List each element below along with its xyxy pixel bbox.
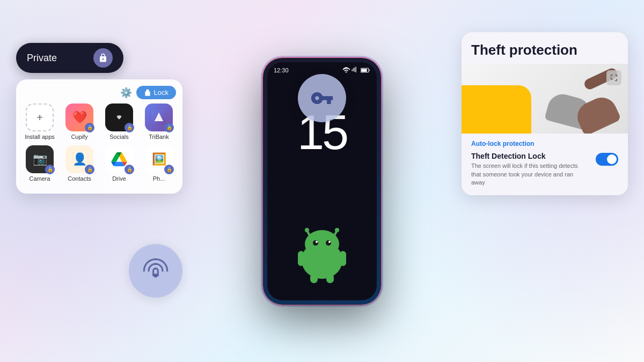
- tribank-icon: 🔒: [145, 104, 173, 131]
- svg-point-14: [316, 241, 318, 243]
- app-socials-label: Socials: [109, 134, 128, 140]
- lock-button-label: Lock: [154, 88, 169, 97]
- app-photos-label: Ph...: [153, 175, 165, 182]
- app-drive[interactable]: 🔒 Drive: [103, 145, 136, 182]
- app-photos[interactable]: 🖼️ 🔒 Ph...: [142, 145, 175, 182]
- install-icon: +: [26, 104, 54, 131]
- app-tribank[interactable]: 🔒 TriBank: [142, 104, 175, 140]
- svg-point-8: [305, 228, 309, 232]
- app-install[interactable]: + Install apps: [23, 104, 56, 140]
- contacts-icon: 👤 🔒: [65, 145, 93, 173]
- svg-rect-5: [361, 69, 367, 71]
- svg-rect-19: [326, 274, 334, 283]
- key-badge: [298, 74, 346, 122]
- svg-point-11: [305, 230, 339, 258]
- drive-icon: 🔒: [105, 145, 133, 173]
- lock-badge-icon: [93, 48, 113, 68]
- theft-detection-toggle[interactable]: ✓: [596, 153, 618, 166]
- app-cupify-label: Cupify: [71, 134, 87, 140]
- lock-button[interactable]: Lock: [136, 86, 176, 99]
- android-mascot: [290, 225, 354, 279]
- app-contacts[interactable]: 👤 🔒 Contacts: [63, 145, 96, 182]
- app-install-label: Install apps: [25, 134, 55, 140]
- theft-detection-title: Theft Detection Lock: [471, 152, 584, 160]
- app-contacts-label: Contacts: [68, 175, 91, 182]
- svg-rect-17: [340, 251, 346, 266]
- app-camera-label: Camera: [29, 175, 50, 182]
- app-drive-label: Drive: [112, 175, 126, 182]
- app-cupify[interactable]: ❤️ 🔒 Cupify: [63, 104, 96, 140]
- theft-detection-row: Theft Detection Lock The screen will loc…: [471, 152, 618, 187]
- svg-point-3: [155, 275, 157, 277]
- theft-illustration: [462, 64, 628, 134]
- cupify-icon: ❤️ 🔒: [65, 104, 93, 131]
- theft-detection-text: Theft Detection Lock The screen will loc…: [471, 152, 584, 187]
- app-row-1: + Install apps ❤️ 🔒 Cupify 🔒 Soc: [23, 104, 176, 140]
- private-label: Private: [27, 53, 57, 64]
- screenshot-icon: [606, 70, 621, 85]
- status-icons: [342, 67, 370, 74]
- theft-title: Theft protection: [462, 32, 628, 64]
- photos-icon: 🖼️ 🔒: [145, 145, 173, 173]
- theft-image-content: [462, 64, 628, 134]
- theft-detection-desc: The screen will lock if this setting det…: [471, 162, 584, 187]
- app-grid-toolbar: ⚙️ Lock: [23, 86, 176, 99]
- theft-card-body: Auto-lock protection Theft Detection Loc…: [462, 134, 628, 195]
- private-space-toggle[interactable]: Private: [16, 43, 123, 73]
- app-camera[interactable]: 📷 🔒 Camera: [23, 145, 56, 182]
- camera-icon: 📷 🔒: [26, 145, 54, 173]
- svg-point-12: [313, 240, 318, 246]
- app-row-2: 📷 🔒 Camera 👤 🔒 Contacts: [23, 145, 176, 182]
- phone-container: 12:30: [263, 58, 381, 305]
- app-tribank-label: TriBank: [149, 134, 169, 140]
- settings-button[interactable]: ⚙️: [120, 87, 132, 99]
- socials-icon: 🔒: [105, 104, 133, 131]
- svg-rect-18: [310, 274, 318, 283]
- auto-lock-label: Auto-lock protection: [471, 140, 618, 147]
- theft-card: Theft protection Auto-lock protection: [462, 32, 628, 195]
- svg-point-15: [328, 241, 331, 243]
- left-panel: Private ⚙️ Lock + Install apps: [16, 43, 182, 194]
- svg-point-13: [326, 240, 331, 246]
- app-grid-panel: ⚙️ Lock + Install apps ❤️ 🔒 Cupify: [16, 79, 182, 194]
- app-socials[interactable]: 🔒 Socials: [103, 104, 136, 140]
- svg-rect-16: [298, 251, 304, 266]
- fingerprint-bubble: [129, 244, 182, 298]
- phone-time: 12:30: [274, 67, 289, 73]
- svg-point-9: [335, 228, 339, 232]
- right-panel: Theft protection Auto-lock protection: [462, 32, 628, 195]
- toggle-check-icon: ✓: [611, 157, 616, 162]
